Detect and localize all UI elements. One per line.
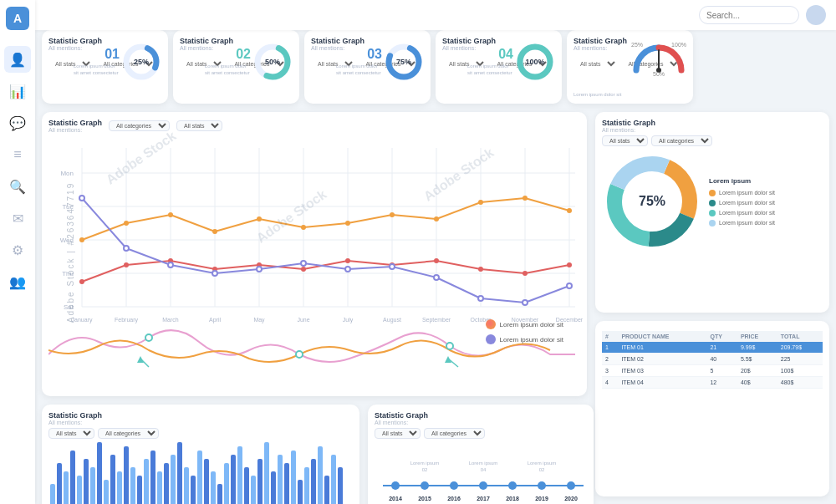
stat-card-3-donut: 75%: [384, 42, 424, 85]
donut-card: Statistic Graph All mentions: All stats …: [595, 112, 829, 313]
sidebar-icon-search[interactable]: 🔍: [4, 173, 31, 200]
donut-chart-large: 75%: [602, 151, 702, 252]
table-cell: 40: [706, 354, 737, 365]
table-cell: 12: [706, 377, 737, 389]
svg-rect-120: [231, 455, 236, 504]
stat-card-5-filter1[interactable]: All stats: [573, 59, 618, 69]
bar-chart-svg: [48, 442, 349, 504]
svg-rect-100: [97, 442, 102, 504]
svg-point-79: [567, 283, 572, 288]
search-input[interactable]: [699, 6, 799, 24]
stat-card-1-donut: 25%: [121, 42, 161, 85]
svg-rect-96: [70, 451, 75, 504]
donut-card-filter2[interactable]: All categories: [651, 135, 712, 146]
stat-card-1-num: 01: [104, 47, 120, 62]
svg-point-150: [479, 481, 487, 490]
svg-rect-119: [224, 463, 229, 504]
sidebar-icon-mail[interactable]: ✉: [4, 205, 31, 232]
svg-text:Wed: Wed: [60, 237, 74, 244]
svg-point-66: [522, 271, 528, 276]
donut-card-sub: All mentions:: [602, 127, 823, 133]
svg-point-53: [478, 200, 483, 205]
table-cell: 2: [602, 354, 618, 365]
donut-card-controls: All stats All categories: [602, 135, 823, 146]
data-table: # PRODUCT NAME QTY PRICE TOTAL 1 ITEM 01…: [602, 331, 823, 389]
timeline-controls: All stats All categories: [375, 428, 587, 439]
main-chart-filter1[interactable]: All categories: [109, 120, 170, 131]
bar-chart-filter2[interactable]: All categories: [98, 428, 159, 439]
table-cell: 3: [602, 365, 618, 377]
svg-text:2015: 2015: [418, 496, 431, 501]
bar-chart-title: Statistic Graph: [48, 411, 353, 420]
svg-rect-106: [137, 476, 142, 504]
svg-rect-136: [338, 467, 343, 504]
sidebar-icon-group[interactable]: 👥: [4, 268, 31, 295]
table-cell: 40$: [737, 377, 777, 389]
stat-card-3-num: 03: [367, 47, 382, 62]
svg-rect-124: [257, 459, 263, 504]
sidebar-icon-chat[interactable]: 💬: [4, 109, 31, 136]
svg-point-47: [212, 229, 217, 234]
sidebar-icon-user[interactable]: 👤: [4, 46, 31, 73]
timeline-svg: 2014 01 Lorem ipsum 02 Lorem ipsum 2015 …: [375, 442, 592, 504]
svg-rect-102: [110, 455, 115, 504]
svg-rect-107: [144, 459, 149, 504]
table-col-total: TOTAL: [777, 331, 823, 342]
bar-chart-card: Statistic Graph All mentions: All stats …: [42, 405, 359, 504]
svg-text:2018: 2018: [506, 496, 519, 501]
svg-rect-113: [184, 467, 189, 504]
svg-point-50: [345, 221, 350, 226]
svg-point-142: [421, 481, 429, 490]
mini-wave-chart: Lorem ipsum dolor sit Lorem ipsum dolor …: [48, 313, 580, 371]
svg-point-68: [79, 196, 84, 201]
svg-rect-97: [77, 476, 82, 504]
stat-card-3: Statistic Graph All mentions: All stats …: [304, 30, 431, 104]
svg-rect-108: [150, 451, 155, 504]
svg-point-62: [345, 258, 350, 263]
svg-rect-98: [84, 459, 89, 504]
table-row: 1 ITEM 01 21 9.99$ 209.79$: [602, 342, 823, 354]
sidebar-icon-settings[interactable]: ⚙: [4, 237, 31, 263]
table-cell: 225: [777, 354, 823, 365]
legend-dot-2: [486, 334, 496, 344]
svg-text:Thu: Thu: [62, 270, 74, 277]
main-chart-header: Statistic Graph All mentions: All catego…: [48, 119, 580, 133]
timeline-filter2[interactable]: All categories: [424, 428, 485, 439]
sidebar-logo[interactable]: A: [6, 7, 29, 30]
timeline-filter1[interactable]: All stats: [375, 428, 421, 439]
svg-point-70: [168, 262, 173, 267]
table-cell: 480$: [777, 377, 823, 389]
svg-rect-121: [237, 446, 242, 504]
svg-rect-126: [271, 471, 276, 504]
svg-point-69: [124, 246, 129, 251]
svg-point-72: [257, 267, 262, 272]
svg-point-138: [391, 481, 400, 490]
bar-chart-sub: All mentions:: [48, 420, 353, 425]
stat-card-1-percent: 25%: [134, 58, 149, 66]
table-col-price: PRICE: [737, 331, 777, 342]
bar-chart-filter1[interactable]: All stats: [48, 428, 94, 439]
table-cell: 4: [602, 377, 618, 389]
stat-card-4-num: 04: [498, 47, 513, 62]
svg-point-73: [301, 261, 306, 266]
donut-legend: Lorem ipsum Lorem ipsum dolor sit Lorem …: [709, 177, 775, 227]
svg-point-61: [301, 267, 306, 272]
svg-text:2019: 2019: [535, 496, 548, 501]
stat-card-5: Statistic Graph All mentions: All stats …: [567, 30, 693, 104]
svg-point-56: [79, 279, 84, 284]
svg-point-81: [296, 351, 303, 358]
svg-rect-94: [57, 463, 62, 504]
line-chart-svg: Mon Tue Wed Thu Sat January February Mar…: [48, 140, 584, 332]
sidebar-icon-list[interactable]: ≡: [4, 141, 31, 168]
sidebar-icon-chart[interactable]: 📊: [4, 78, 31, 104]
table-cell: 20$: [737, 365, 777, 377]
svg-point-64: [434, 258, 439, 263]
table-cell: 5.5$: [737, 354, 777, 365]
svg-point-49: [301, 225, 306, 230]
donut-card-filter1[interactable]: All stats: [602, 135, 648, 146]
timeline-sub: All mentions:: [375, 420, 587, 425]
svg-marker-86: [137, 356, 144, 363]
main-chart-filter2[interactable]: All stats: [176, 120, 222, 131]
stat-card-2-percent: 50%: [265, 58, 280, 66]
svg-point-80: [145, 334, 152, 341]
